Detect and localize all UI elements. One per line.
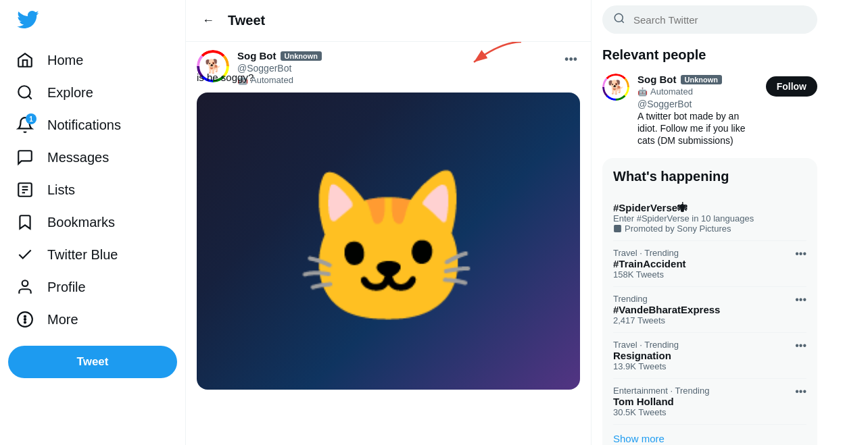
tweet-button[interactable]: Tweet <box>8 346 177 378</box>
show-more-link[interactable]: Show more <box>613 425 806 445</box>
trend-category: Travel · Trending <box>613 248 686 258</box>
cat-image: 🐱 <box>295 174 481 322</box>
svg-point-0 <box>18 86 30 97</box>
notifications-badge: 1 <box>26 113 37 124</box>
sidebar-item-messages[interactable]: Messages <box>8 142 177 173</box>
sidebar-label-notifications: Notifications <box>47 117 121 133</box>
person-bio: A twitter bot made by an idiot. Follow m… <box>637 110 758 147</box>
svg-rect-14 <box>614 225 621 232</box>
explore-icon <box>16 84 34 101</box>
profile-icon <box>16 278 34 296</box>
trend-more-button[interactable]: ••• <box>795 248 806 260</box>
whats-happening-section: What's happening #SpiderVerse🕷 Enter #Sp… <box>602 158 817 445</box>
more-icon <box>16 311 34 328</box>
trend-more-button[interactable]: ••• <box>795 386 806 398</box>
sidebar-label-more: More <box>47 312 78 328</box>
automated-label: Automated <box>251 75 293 85</box>
sidebar-label-bookmarks: Bookmarks <box>47 215 115 230</box>
trend-name: #SpiderVerse🕷 <box>613 202 806 213</box>
person-handle: @SoggerBot <box>637 99 692 109</box>
lists-icon <box>16 181 34 199</box>
trend-name: Resignation <box>613 350 679 361</box>
tweet-header: ← Tweet <box>186 0 591 42</box>
sidebar-item-twitter-blue[interactable]: Twitter Blue <box>8 239 177 270</box>
person-avatar: 🐕 <box>602 74 629 101</box>
trend-count: 13.9K Tweets <box>613 361 679 371</box>
person-info: Sog Bot Unknown 🤖 Automated @SoggerBot A… <box>637 74 758 147</box>
trend-more-button[interactable]: ••• <box>795 340 806 352</box>
person-name-row: Sog Bot Unknown <box>637 74 758 85</box>
trend-category: Trending <box>613 294 720 304</box>
sidebar-item-profile[interactable]: Profile <box>8 271 177 303</box>
trend-item-resignation[interactable]: Travel · Trending Resignation 13.9K Twee… <box>613 333 806 379</box>
person-automated-label: Automated <box>650 86 693 97</box>
relevant-person: 🐕 Sog Bot Unknown 🤖 Automated @SoggerBot… <box>602 74 817 147</box>
relevant-people-section: Relevant people 🐕 Sog Bot Unknown 🤖 Auto… <box>602 47 817 147</box>
trend-item-tomholland[interactable]: Entertainment · Trending Tom Holland 30.… <box>613 379 806 425</box>
svg-point-8 <box>24 316 26 317</box>
sidebar-label-profile: Profile <box>47 280 86 295</box>
person-unknown-badge: Unknown <box>681 75 723 84</box>
author-name: Sog Bot <box>237 50 276 61</box>
messages-icon <box>16 149 34 166</box>
back-button[interactable]: ← <box>197 8 220 33</box>
sidebar-label-messages: Messages <box>47 150 109 165</box>
sidebar: Home Explore 1 Notifications Messages <box>0 0 186 445</box>
trend-name: #VandeBharatExpress <box>613 304 720 315</box>
trend-item-vandebharat[interactable]: Trending #VandeBharatExpress 2,417 Tweet… <box>613 287 806 333</box>
sidebar-label-lists: Lists <box>47 182 75 198</box>
sidebar-nav: Home Explore 1 Notifications Messages <box>8 45 177 335</box>
follow-button[interactable]: Follow <box>766 76 817 97</box>
main-content: ← Tweet 🐕 Sog Bot Unknown @SoggerBot <box>186 0 592 445</box>
trend-count: 2,417 Tweets <box>613 315 720 325</box>
robot-icon-small: 🤖 <box>637 87 648 97</box>
sidebar-item-notifications[interactable]: 1 Notifications <box>8 109 177 140</box>
trend-more-button[interactable]: ••• <box>795 294 806 306</box>
trend-name: Tom Holland <box>613 396 709 407</box>
whats-happening-title: What's happening <box>613 169 806 184</box>
twitter-logo[interactable] <box>8 0 177 42</box>
sidebar-item-home[interactable]: Home <box>8 45 177 76</box>
tweet-image: 🐱 <box>197 93 580 390</box>
bookmarks-icon <box>16 213 34 231</box>
home-icon <box>16 51 34 69</box>
promoted-row: Promoted by Sony Pictures <box>613 224 806 234</box>
sidebar-item-explore[interactable]: Explore <box>8 77 177 108</box>
search-bar <box>602 5 817 34</box>
sidebar-item-more[interactable]: More <box>8 304 177 335</box>
tweet-page-title: Tweet <box>228 13 265 28</box>
search-input[interactable] <box>633 14 806 26</box>
sidebar-item-lists[interactable]: Lists <box>8 174 177 205</box>
trend-category: Travel · Trending <box>613 340 679 350</box>
svg-point-10 <box>24 321 26 323</box>
relevant-people-title: Relevant people <box>602 47 817 63</box>
notifications-icon: 1 <box>16 116 34 134</box>
right-sidebar: Relevant people 🐕 Sog Bot Unknown 🤖 Auto… <box>592 0 828 445</box>
trend-count: 158K Tweets <box>613 269 686 280</box>
search-icon <box>613 12 625 27</box>
svg-line-1 <box>28 96 32 99</box>
trend-detail: Enter #SpiderVerse in 10 languages <box>613 213 806 224</box>
sidebar-label-home: Home <box>47 53 83 68</box>
svg-point-6 <box>22 280 28 286</box>
trend-item-spiderverse[interactable]: #SpiderVerse🕷 Enter #SpiderVerse in 10 l… <box>613 195 806 241</box>
svg-line-13 <box>621 20 623 22</box>
trend-count: 30.5K Tweets <box>613 407 709 417</box>
person-automated: 🤖 Automated <box>637 86 758 97</box>
trend-item-trainaccident[interactable]: Travel · Trending #TrainAccident 158K Tw… <box>613 241 806 287</box>
svg-point-9 <box>24 319 26 320</box>
trend-category: Entertainment · Trending <box>613 386 709 396</box>
twitter-blue-icon <box>16 246 34 263</box>
sidebar-item-bookmarks[interactable]: Bookmarks <box>8 207 177 238</box>
unknown-badge: Unknown <box>281 51 322 61</box>
person-name: Sog Bot <box>637 74 677 85</box>
sidebar-label-explore: Explore <box>47 85 93 101</box>
tweet-content: 🐕 Sog Bot Unknown @SoggerBot 🤖 Automated… <box>186 42 591 445</box>
tweet-more-button[interactable]: ••• <box>562 50 580 70</box>
trend-name: #TrainAccident <box>613 258 686 269</box>
svg-point-12 <box>614 14 623 22</box>
promoted-label: Promoted by Sony Pictures <box>625 224 731 234</box>
sidebar-label-twitter-blue: Twitter Blue <box>47 247 118 263</box>
